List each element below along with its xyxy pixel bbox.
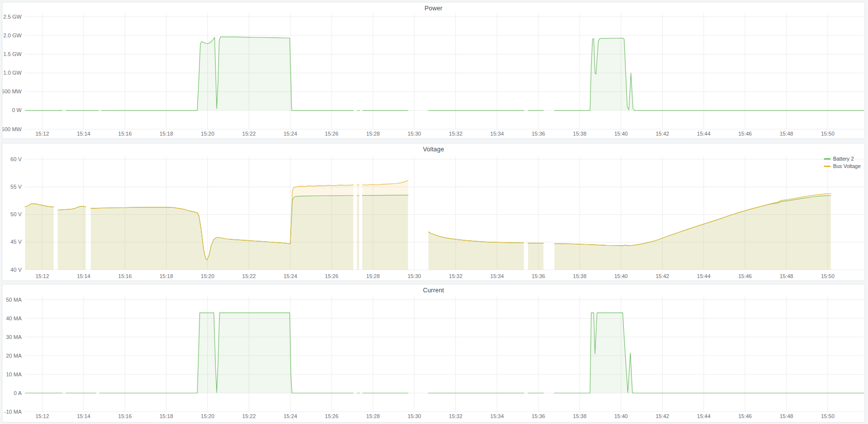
svg-text:15:46: 15:46 (738, 273, 752, 279)
svg-text:15:34: 15:34 (490, 413, 504, 419)
svg-text:15:40: 15:40 (614, 273, 628, 279)
svg-text:1.5 GW: 1.5 GW (3, 51, 22, 57)
svg-text:0 A: 0 A (14, 390, 22, 396)
legend-item-bus-voltage[interactable]: Bus Voltage (824, 163, 861, 170)
svg-text:15:22: 15:22 (242, 131, 256, 137)
svg-text:15:16: 15:16 (118, 273, 132, 279)
svg-text:15:18: 15:18 (160, 413, 173, 419)
svg-text:15:26: 15:26 (325, 413, 338, 419)
svg-text:15:44: 15:44 (697, 131, 711, 137)
svg-text:15:12: 15:12 (35, 413, 49, 419)
bus-voltage-color-swatch (824, 166, 831, 167)
power-chart[interactable]: 15:1215:1415:1615:1815:2015:2215:2415:26… (2, 2, 865, 139)
svg-text:15:14: 15:14 (77, 131, 90, 137)
svg-text:15:50: 15:50 (821, 273, 835, 279)
svg-text:15:30: 15:30 (408, 413, 421, 419)
legend-label-battery-2: Battery 2 (833, 156, 854, 162)
svg-text:10 MA: 10 MA (6, 371, 22, 377)
svg-text:50 V: 50 V (10, 211, 22, 217)
svg-text:2.5 GW: 2.5 GW (3, 14, 22, 20)
svg-text:40 V: 40 V (10, 267, 22, 273)
svg-text:15:28: 15:28 (366, 413, 380, 419)
svg-text:15:44: 15:44 (697, 413, 711, 419)
svg-text:-500 MW: -500 MW (2, 126, 22, 132)
svg-text:15:22: 15:22 (242, 413, 256, 419)
svg-text:15:12: 15:12 (35, 273, 49, 279)
svg-text:15:34: 15:34 (490, 273, 504, 279)
svg-text:15:32: 15:32 (449, 131, 463, 137)
svg-text:15:42: 15:42 (656, 413, 670, 419)
svg-text:15:38: 15:38 (573, 273, 587, 279)
svg-text:15:14: 15:14 (77, 413, 90, 419)
svg-text:-10 MA: -10 MA (4, 409, 22, 415)
svg-text:15:48: 15:48 (780, 413, 793, 419)
svg-text:15:16: 15:16 (118, 413, 132, 419)
svg-text:15:26: 15:26 (325, 131, 338, 137)
voltage-panel: Voltage 15:1215:1415:1615:1815:2015:2215… (2, 143, 865, 281)
svg-text:15:34: 15:34 (490, 131, 504, 137)
svg-text:15:50: 15:50 (821, 413, 835, 419)
svg-text:15:44: 15:44 (697, 273, 711, 279)
svg-text:15:42: 15:42 (656, 273, 670, 279)
legend-item-battery-2[interactable]: Battery 2 (824, 155, 861, 162)
svg-text:15:38: 15:38 (573, 131, 587, 137)
svg-text:15:50: 15:50 (821, 131, 835, 137)
svg-text:15:32: 15:32 (449, 413, 463, 419)
svg-text:15:36: 15:36 (532, 273, 545, 279)
svg-text:15:22: 15:22 (242, 273, 256, 279)
svg-text:60 V: 60 V (10, 156, 22, 162)
svg-text:15:18: 15:18 (160, 273, 173, 279)
svg-text:45 V: 45 V (10, 239, 22, 245)
svg-text:15:36: 15:36 (532, 131, 545, 137)
svg-text:15:24: 15:24 (283, 131, 297, 137)
svg-text:15:28: 15:28 (366, 273, 380, 279)
svg-text:15:36: 15:36 (532, 413, 545, 419)
svg-text:15:42: 15:42 (656, 131, 670, 137)
svg-text:15:20: 15:20 (201, 413, 215, 419)
svg-text:40 MA: 40 MA (6, 315, 22, 321)
current-panel-title[interactable]: Current (2, 287, 865, 294)
voltage-chart[interactable]: 15:1215:1415:1615:1815:2015:2215:2415:26… (2, 143, 865, 281)
svg-text:15:14: 15:14 (77, 273, 90, 279)
power-panel-title[interactable]: Power (2, 5, 865, 12)
svg-text:15:30: 15:30 (408, 273, 421, 279)
battery-2-color-swatch (824, 158, 831, 160)
svg-text:15:26: 15:26 (325, 273, 338, 279)
voltage-panel-title[interactable]: Voltage (2, 146, 865, 153)
svg-text:55 V: 55 V (10, 184, 22, 190)
voltage-legend: Battery 2 Bus Voltage (824, 155, 861, 170)
svg-text:15:12: 15:12 (35, 131, 49, 137)
svg-text:0 W: 0 W (12, 107, 22, 113)
svg-text:15:16: 15:16 (118, 131, 132, 137)
svg-text:15:48: 15:48 (780, 131, 793, 137)
svg-text:15:40: 15:40 (614, 413, 628, 419)
svg-text:15:38: 15:38 (573, 413, 587, 419)
current-chart[interactable]: 15:1215:1415:1615:1815:2015:2215:2415:26… (2, 284, 865, 422)
current-panel: Current 15:1215:1415:1615:1815:2015:2215… (2, 284, 865, 423)
svg-text:2.0 GW: 2.0 GW (3, 32, 22, 38)
svg-text:15:20: 15:20 (201, 273, 215, 279)
svg-text:50 MA: 50 MA (6, 297, 22, 303)
svg-text:15:30: 15:30 (408, 131, 421, 137)
svg-text:30 MA: 30 MA (6, 334, 22, 340)
grafana-dashboard: Power 15:1215:1415:1615:1815:2015:2215:2… (0, 0, 868, 424)
svg-text:15:24: 15:24 (283, 273, 297, 279)
svg-text:15:20: 15:20 (201, 131, 215, 137)
power-panel: Power 15:1215:1415:1615:1815:2015:2215:2… (2, 2, 865, 139)
svg-text:15:24: 15:24 (283, 413, 297, 419)
svg-text:15:28: 15:28 (366, 131, 380, 137)
svg-text:15:46: 15:46 (738, 413, 752, 419)
svg-text:15:18: 15:18 (160, 131, 173, 137)
svg-text:20 MA: 20 MA (6, 353, 22, 359)
svg-text:15:46: 15:46 (738, 131, 752, 137)
legend-label-bus-voltage: Bus Voltage (833, 163, 861, 169)
svg-text:15:40: 15:40 (614, 131, 628, 137)
svg-text:15:32: 15:32 (449, 273, 463, 279)
svg-text:500 MW: 500 MW (2, 88, 22, 94)
svg-text:15:48: 15:48 (780, 273, 793, 279)
svg-text:1.0 GW: 1.0 GW (3, 70, 22, 76)
